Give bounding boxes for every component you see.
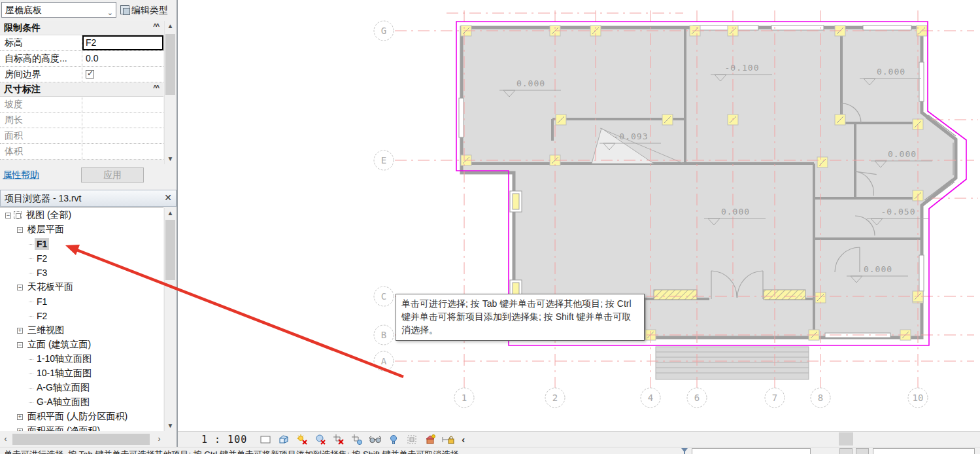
collapse-bar-icon[interactable]: ‹ [462,434,465,445]
tree-item-label[interactable]: F1 [35,238,49,250]
apply-button[interactable]: 应用 [81,167,144,183]
detail-level-icon[interactable] [257,433,274,446]
scroll-left-icon[interactable]: ‹ [0,432,11,446]
section-title: 尺寸标注 [4,84,41,94]
collapse-section-icon[interactable]: ^^ [153,84,158,92]
properties-help-link[interactable]: 属性帮助 [3,169,39,181]
tree-item-label[interactable]: 立面 (建筑立面) [25,338,93,351]
temporary-hide-isolate-icon[interactable] [367,433,384,446]
scroll-right-icon[interactable]: › [154,432,165,446]
reveal-constraints-icon[interactable] [440,433,457,446]
status-dropdown[interactable] [873,448,975,454]
property-row: 周长 [0,113,163,128]
tree-item[interactable]: +面积平面 (人防分区面积) [0,410,163,424]
collapse-section-icon[interactable]: ^^ [153,23,158,30]
section-header[interactable]: 尺寸标注^^ [0,82,163,97]
scrollbar-thumb[interactable] [12,434,150,445]
property-value[interactable] [82,97,163,112]
shadows-off-icon[interactable] [312,433,329,446]
tree-item-label[interactable]: 三维视图 [25,324,66,337]
tree-item[interactable]: +面积平面 (净面积) [0,424,163,431]
property-value[interactable] [82,113,163,128]
tree-item-label[interactable]: F2 [35,253,49,264]
edit-type-icon [120,5,129,14]
property-label: 周长 [0,113,82,128]
property-value[interactable]: F2 [82,35,163,50]
tree-item-label[interactable]: F3 [35,267,49,279]
tree-item[interactable]: F2 [0,309,163,323]
tree-scrollbar[interactable]: ▲ ▼ [164,208,175,431]
tree-item-label[interactable]: 楼层平面 [25,223,66,236]
show-crop-region-icon[interactable] [348,433,365,446]
property-value[interactable] [82,144,163,159]
tree-item[interactable]: −视图 (全部) [0,208,163,222]
expand-node-icon[interactable]: + [17,428,23,432]
status-toggle-1[interactable] [839,448,853,454]
tree-item-label[interactable]: 面积平面 (净面积) [25,425,102,431]
scrollbar-thumb[interactable] [165,220,175,280]
properties-scrollbar[interactable]: ▲ ▼ [164,21,175,164]
tree-item[interactable]: +三维视图 [0,323,163,338]
status-search-input[interactable] [692,448,811,454]
tree-item[interactable]: −楼层平面 [0,222,163,237]
tree-item[interactable]: 10-1轴立面图 [0,366,163,381]
scale-button[interactable]: 1 : 100 [201,434,247,445]
crop-view-off-icon[interactable] [330,433,347,446]
reveal-analytical-model-icon[interactable] [422,433,439,446]
project-browser-header[interactable]: 项目浏览器 - 13.rvt ✕ [0,190,177,207]
tree-item[interactable]: −天花板平面 [0,280,163,294]
svg-text:10: 10 [913,393,924,403]
tree-item-label[interactable]: F1 [35,296,49,307]
tree-item-label[interactable]: 面积平面 (人防分区面积) [25,410,129,423]
edit-type-button[interactable]: 编辑类型 [119,2,175,18]
scrollbar-thumb[interactable] [165,34,175,95]
tree-item[interactable]: F2 [0,251,163,266]
tree-item-label[interactable]: F2 [35,310,49,322]
checkbox-checked-icon[interactable] [86,70,94,79]
scroll-down-icon[interactable]: ▼ [165,421,176,431]
tree-item[interactable]: A-G轴立面图 [0,381,163,395]
tree-item[interactable]: F3 [0,266,163,280]
tree-item-label[interactable]: 视图 (全部) [24,209,73,222]
expand-node-icon[interactable]: + [17,328,23,334]
tree-item-label[interactable]: G-A轴立面图 [35,396,92,409]
scroll-up-icon[interactable]: ▲ [165,208,176,218]
svg-text:6: 6 [694,393,700,403]
tree-item[interactable]: G-A轴立面图 [0,395,163,410]
scroll-up-icon[interactable]: ▲ [165,21,176,31]
svg-text:A: A [381,356,387,366]
tree-connector [29,302,33,302]
tree-horizontal-scrollbar[interactable]: ‹ › [0,432,165,446]
tree-item-label[interactable]: 天花板平面 [25,281,75,294]
tree-item-label[interactable]: A-G轴立面图 [35,381,92,394]
sun-path-off-icon[interactable] [294,433,311,446]
visual-style-icon[interactable] [275,433,292,446]
type-selector-dropdown[interactable]: 屋檐底板 ⌄ [1,2,116,18]
tree-item[interactable]: 1-10轴立面图 [0,352,163,366]
property-value[interactable] [82,67,163,82]
tree-item-label[interactable]: 10-1轴立面图 [35,367,93,380]
collapse-node-icon[interactable]: − [17,285,23,290]
column-marker [817,157,828,167]
tree-item-label[interactable]: 1-10轴立面图 [35,353,93,366]
status-toggle-2[interactable] [856,448,869,454]
expand-node-icon[interactable]: + [17,414,23,420]
pane-splitter-knob[interactable] [839,432,853,445]
tree-item[interactable]: F1 [0,294,163,309]
collapse-node-icon[interactable]: − [5,213,11,218]
section-header[interactable]: 限制条件^^ [0,21,163,35]
property-row: 坡度 [0,97,163,113]
property-value[interactable]: 0.0 [82,51,163,66]
tree-item[interactable]: −立面 (建筑立面) [0,338,163,352]
collapse-node-icon[interactable]: − [17,342,23,348]
close-icon[interactable]: ✕ [164,192,172,203]
collapse-node-icon[interactable]: − [17,227,23,233]
column-marker [662,114,673,125]
temporary-view-properties-icon[interactable] [403,433,420,446]
property-value[interactable] [82,128,163,143]
reveal-hidden-elements-icon[interactable] [385,433,402,446]
scroll-down-icon[interactable]: ▼ [165,154,176,164]
filter-icon[interactable] [681,448,688,454]
tree-item[interactable]: F1 [0,237,163,251]
tree-connector [29,258,33,259]
